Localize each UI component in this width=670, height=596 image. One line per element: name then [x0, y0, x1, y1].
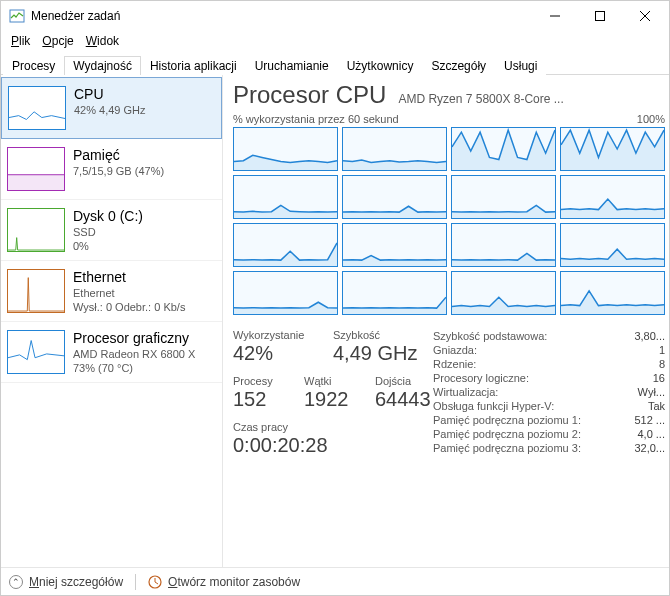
sidebar-item-disk[interactable]: Dysk 0 (C:)SSD0% [1, 200, 222, 261]
core-graph [451, 271, 556, 315]
sidebar-cpu-sub: 42% 4,49 GHz [74, 104, 217, 116]
svg-marker-20 [343, 297, 446, 314]
menu-view[interactable]: Widok [80, 32, 125, 50]
detail-row: Pamięć podręczna poziomu 3:32,0... [433, 441, 665, 455]
core-graph [233, 271, 338, 315]
menubar: Plik Opcje Widok [1, 31, 669, 51]
core-graph [233, 223, 338, 267]
chevron-up-icon[interactable]: ⌃ [9, 575, 23, 589]
window-title: Menedżer zadań [31, 9, 532, 23]
separator [135, 574, 136, 590]
resmon-icon [148, 575, 162, 589]
menu-file[interactable]: Plik [5, 32, 36, 50]
sidebar-gpu-sub2: 73% (70 °C) [73, 362, 218, 374]
sidebar-item-gpu[interactable]: Procesor graficznyAMD Radeon RX 6800 X73… [1, 322, 222, 383]
label-handles: Dojścia [375, 375, 431, 387]
label-speed: Szybkość [333, 329, 417, 341]
detail-row: Rdzenie:8 [433, 357, 665, 371]
detail-row: Pamięć podręczna poziomu 2:4,0 ... [433, 427, 665, 441]
core-graph [233, 127, 338, 171]
titlebar: Menedżer zadań [1, 1, 669, 31]
core-graph [451, 175, 556, 219]
detail-row: Procesory logiczne:16 [433, 371, 665, 385]
main-panel: Procesor CPU AMD Ryzen 7 5800X 8-Core ..… [223, 75, 669, 567]
sidebar-disk-sub2: 0% [73, 240, 218, 252]
sidebar-memory-name: Pamięć [73, 147, 218, 163]
label-threads: Wątki [304, 375, 359, 387]
tab-processes[interactable]: Procesy [3, 56, 64, 75]
sidebar-item-cpu[interactable]: CPU42% 4,49 GHz [1, 77, 222, 139]
detail-row: Szybkość podstawowa:3,80... [433, 329, 665, 343]
sidebar-gpu-sub1: AMD Radeon RX 6800 X [73, 348, 218, 360]
footer: ⌃ Mniej szczegółów Otwórz monitor zasobó… [1, 567, 669, 595]
tab-details[interactable]: Szczegóły [422, 56, 495, 75]
value-util: 42% [233, 342, 317, 365]
cpu-model: AMD Ryzen 7 5800X 8-Core ... [398, 92, 665, 106]
label-util: Wykorzystanie [233, 329, 317, 341]
cpu-core-graphs [233, 127, 665, 315]
sidebar-net-name: Ethernet [73, 269, 218, 285]
svg-marker-15 [234, 243, 337, 266]
sidebar-disk-sub1: SSD [73, 226, 218, 238]
graph-left-label: % wykorzystania przez 60 sekund [233, 113, 399, 125]
maximize-button[interactable] [577, 2, 622, 31]
svg-marker-16 [343, 256, 446, 267]
core-graph [342, 127, 447, 171]
detail-row: Obsługa funkcji Hyper-V:Tak [433, 399, 665, 413]
value-processes: 152 [233, 388, 288, 411]
sidebar: CPU42% 4,49 GHz Pamięć7,5/15,9 GB (47%) … [1, 75, 223, 567]
graph-right-label: 100% [637, 113, 665, 125]
cpu-details-list: Szybkość podstawowa:3,80...Gniazda:1Rdze… [433, 329, 665, 457]
value-threads: 1922 [304, 388, 359, 411]
menu-options[interactable]: Opcje [36, 32, 79, 50]
detail-row: Wirtualizacja:Wył... [433, 385, 665, 399]
svg-rect-5 [8, 175, 64, 190]
tabs: Procesy Wydajność Historia aplikacji Uru… [1, 53, 669, 75]
core-graph [451, 127, 556, 171]
open-resmon-link[interactable]: Otwórz monitor zasobów [168, 575, 300, 589]
svg-marker-22 [561, 291, 664, 314]
tab-services[interactable]: Usługi [495, 56, 546, 75]
minimize-button[interactable] [532, 2, 577, 31]
svg-marker-9 [452, 130, 555, 170]
core-graph [342, 223, 447, 267]
core-graph [451, 223, 556, 267]
tab-users[interactable]: Użytkownicy [338, 56, 423, 75]
page-title: Procesor CPU [233, 81, 386, 109]
label-processes: Procesy [233, 375, 288, 387]
sidebar-disk-name: Dysk 0 (C:) [73, 208, 218, 224]
core-graph [560, 127, 665, 171]
sidebar-gpu-name: Procesor graficzny [73, 330, 218, 346]
sidebar-memory-sub: 7,5/15,9 GB (47%) [73, 165, 218, 177]
detail-row: Gniazda:1 [433, 343, 665, 357]
close-button[interactable] [622, 2, 667, 31]
core-graph [560, 271, 665, 315]
detail-row: Pamięć podręczna poziomu 1:512 ... [433, 413, 665, 427]
label-uptime: Czas pracy [233, 421, 433, 433]
tab-performance[interactable]: Wydajność [64, 56, 141, 75]
core-graph [342, 175, 447, 219]
core-graph [233, 175, 338, 219]
sidebar-item-network[interactable]: EthernetEthernetWysł.: 0 Odebr.: 0 Kb/s [1, 261, 222, 322]
core-graph [560, 175, 665, 219]
tab-startup[interactable]: Uruchamianie [246, 56, 338, 75]
sidebar-net-sub2: Wysł.: 0 Odebr.: 0 Kb/s [73, 301, 218, 313]
svg-marker-18 [561, 249, 664, 266]
core-graph [342, 271, 447, 315]
sidebar-item-memory[interactable]: Pamięć7,5/15,9 GB (47%) [1, 139, 222, 200]
sidebar-cpu-name: CPU [74, 86, 217, 102]
value-speed: 4,49 GHz [333, 342, 417, 365]
tab-apphistory[interactable]: Historia aplikacji [141, 56, 246, 75]
value-handles: 64443 [375, 388, 431, 411]
sidebar-net-sub1: Ethernet [73, 287, 218, 299]
app-icon [9, 8, 25, 24]
core-graph [560, 223, 665, 267]
value-uptime: 0:00:20:28 [233, 434, 433, 457]
fewer-details-link[interactable]: Mniej szczegółów [29, 575, 123, 589]
svg-rect-2 [595, 12, 604, 21]
